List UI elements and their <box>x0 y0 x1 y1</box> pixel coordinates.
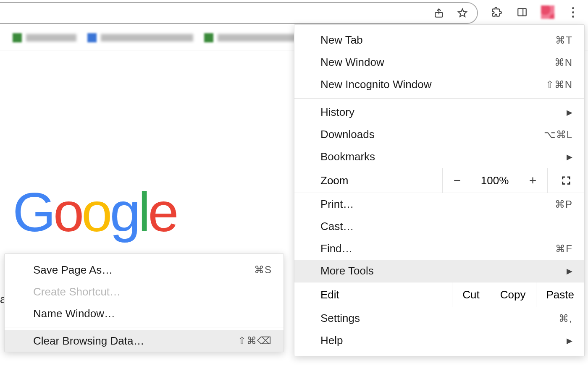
shortcut-text: ⌘T <box>555 34 572 46</box>
edit-paste-button[interactable]: Paste <box>536 282 585 307</box>
chevron-right-icon: ▶ <box>567 336 572 345</box>
bookmark-item[interactable] <box>87 33 193 42</box>
menu-new-window[interactable]: New Window ⌘N <box>294 51 584 73</box>
fullscreen-button[interactable] <box>547 168 584 193</box>
edit-copy-button[interactable]: Copy <box>490 282 536 307</box>
more-tools-submenu: Save Page As… ⌘S Create Shortcut… Name W… <box>4 253 284 352</box>
chevron-right-icon: ▶ <box>567 108 572 117</box>
shortcut-text: ⌘S <box>254 264 272 276</box>
menu-cast[interactable]: Cast… <box>294 215 584 238</box>
bookmark-item[interactable] <box>204 33 302 42</box>
bookmark-item[interactable] <box>13 33 76 42</box>
menu-downloads[interactable]: Downloads ⌥⌘L <box>294 123 584 146</box>
zoom-in-button[interactable]: + <box>518 168 547 193</box>
svg-rect-1 <box>518 8 526 16</box>
chrome-main-menu: New Tab ⌘T New Window ⌘N New Incognito W… <box>294 24 585 356</box>
menu-zoom-row: Zoom − 100% + <box>294 168 584 193</box>
kebab-menu-button[interactable] <box>567 7 579 18</box>
zoom-out-button[interactable]: − <box>442 168 472 193</box>
submenu-clear-browsing-data[interactable]: Clear Browsing Data… ⇧⌘⌫ <box>5 330 284 352</box>
omnibox-right-cap <box>0 2 478 24</box>
menu-separator <box>5 327 284 327</box>
menu-find[interactable]: Find… ⌘F <box>294 238 584 260</box>
profile-avatar[interactable] <box>541 5 554 19</box>
google-logo: G o o g l e <box>13 180 176 244</box>
shortcut-text: ⌘, <box>559 313 572 324</box>
zoom-label: Zoom <box>294 174 442 187</box>
menu-bookmarks[interactable]: Bookmarks ▶ <box>294 146 584 168</box>
sidepanel-icon[interactable] <box>516 6 528 18</box>
menu-more-tools[interactable]: More Tools ▶ <box>294 260 584 282</box>
submenu-create-shortcut: Create Shortcut… <box>5 281 284 303</box>
submenu-save-page[interactable]: Save Page As… ⌘S <box>5 259 284 281</box>
menu-print[interactable]: Print… ⌘P <box>294 193 584 215</box>
shortcut-text: ⌥⌘L <box>544 129 572 141</box>
menu-settings[interactable]: Settings ⌘, <box>294 307 584 329</box>
menu-help[interactable]: Help ▶ <box>294 329 584 352</box>
shortcut-text: ⇧⌘N <box>546 79 572 91</box>
extensions-icon[interactable] <box>491 6 503 18</box>
shortcut-text: ⌘N <box>554 57 572 68</box>
chevron-right-icon: ▶ <box>567 266 572 276</box>
share-icon[interactable] <box>433 7 445 19</box>
star-icon[interactable] <box>456 7 469 19</box>
menu-new-incognito[interactable]: New Incognito Window ⇧⌘N <box>294 73 584 96</box>
submenu-name-window[interactable]: Name Window… <box>5 303 284 324</box>
browser-toolbar <box>0 0 588 24</box>
menu-new-tab[interactable]: New Tab ⌘T <box>294 29 584 51</box>
edit-cut-button[interactable]: Cut <box>452 282 489 307</box>
chevron-right-icon: ▶ <box>567 152 572 162</box>
shortcut-text: ⇧⌘⌫ <box>238 335 272 347</box>
menu-separator <box>294 98 584 99</box>
zoom-value: 100% <box>472 168 518 193</box>
shortcut-text: ⌘P <box>555 199 572 210</box>
shortcut-text: ⌘F <box>555 243 572 255</box>
menu-edit-row: Edit Cut Copy Paste <box>294 282 584 307</box>
edit-label: Edit <box>294 288 452 301</box>
menu-history[interactable]: History ▶ <box>294 101 584 123</box>
